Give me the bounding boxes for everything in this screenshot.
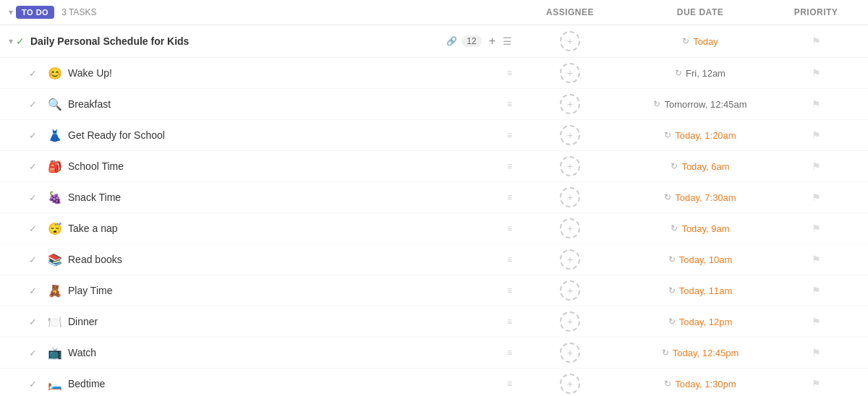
drag-icon: ≡ [507, 68, 512, 78]
task-avatar[interactable]: + [560, 94, 580, 114]
task-row: ✓ 📺 Watch ≡ + ↻ Today, 12:45pm ⚑ [0, 337, 868, 369]
group-priority-cell: ⚑ [773, 35, 859, 47]
task-clock-icon: ↻ [671, 223, 678, 233]
task-avatar[interactable]: + [560, 218, 580, 238]
drag-icon: ≡ [507, 379, 512, 389]
task-emoji: 📚 [48, 253, 62, 267]
task-check-icon[interactable]: ✓ [29, 379, 41, 389]
task-assignee-cell: + [512, 249, 628, 270]
task-assignee-cell: + [512, 218, 628, 238]
task-check-icon[interactable]: ✓ [29, 254, 41, 265]
task-check-icon[interactable]: ✓ [29, 130, 41, 141]
task-flag-icon[interactable]: ⚑ [812, 129, 821, 141]
task-assignee-cell: + [512, 311, 628, 332]
group-clock-icon: ↻ [682, 36, 689, 46]
task-check-icon[interactable]: ✓ [29, 317, 41, 327]
col-priority-header: PRIORITY [773, 7, 859, 17]
task-priority-cell: ⚑ [773, 67, 859, 79]
task-avatar[interactable]: + [560, 63, 580, 83]
drag-icon: ≡ [507, 348, 512, 358]
group-meta: 🔗 12 + ☰ [446, 35, 512, 48]
task-assignee-cell: + [512, 280, 628, 301]
task-duedate-cell: ↻ Today, 1:20am [628, 130, 773, 141]
task-assignee-cell: + [512, 343, 628, 363]
task-avatar[interactable]: + [560, 374, 580, 394]
task-name: School Time [68, 160, 503, 172]
task-flag-icon[interactable]: ⚑ [812, 223, 821, 234]
task-avatar[interactable]: + [560, 156, 580, 176]
task-row: ✓ 🍽️ Dinner ≡ + ↻ Today, 12pm ⚑ [0, 306, 868, 337]
task-check-icon[interactable]: ✓ [29, 348, 41, 358]
task-priority-cell: ⚑ [773, 191, 859, 203]
task-duedate-cell: ↻ Today, 11am [628, 285, 773, 296]
task-check-icon[interactable]: ✓ [29, 192, 41, 203]
task-avatar[interactable]: + [560, 249, 580, 270]
task-check-icon[interactable]: ✓ [29, 285, 41, 296]
task-emoji: 😊 [48, 66, 62, 80]
task-flag-icon[interactable]: ⚑ [812, 67, 821, 79]
task-avatar[interactable]: + [560, 187, 580, 207]
task-clock-icon: ↻ [675, 68, 682, 78]
task-assignee-cell: + [512, 187, 628, 207]
task-avatar[interactable]: + [560, 280, 580, 301]
task-clock-icon: ↻ [668, 254, 676, 264]
drag-icon: ≡ [507, 99, 512, 109]
col-assignee-header: ASSIGNEE [512, 7, 628, 17]
task-check-icon[interactable]: ✓ [29, 223, 41, 234]
task-check-icon[interactable]: ✓ [29, 99, 41, 110]
task-flag-icon[interactable]: ⚑ [812, 160, 821, 172]
task-due-text: Today, 6am [681, 161, 729, 172]
task-duedate-cell: ↻ Today, 6am [628, 161, 773, 172]
task-priority-cell: ⚑ [773, 285, 859, 296]
group-duedate-cell: ↻ Today [628, 36, 773, 47]
group-avatar[interactable]: + [560, 31, 580, 51]
task-duedate-cell: ↻ Today, 9am [628, 223, 773, 234]
task-row: ✓ 🍇 Snack Time ≡ + ↻ Today, 7:30am ⚑ [0, 182, 868, 213]
tasks-count: 3 TASKS [61, 7, 512, 17]
drag-icon: ≡ [507, 161, 512, 171]
task-emoji: 👗 [48, 129, 62, 142]
task-avatar[interactable]: + [560, 125, 580, 145]
task-name: Play Time [68, 285, 503, 296]
task-clock-icon: ↻ [671, 161, 678, 171]
task-emoji: 🧸 [48, 284, 62, 298]
group-collapse-icon[interactable]: ▾ [9, 36, 13, 46]
task-check-icon[interactable]: ✓ [29, 161, 41, 172]
task-check-icon[interactable]: ✓ [29, 68, 41, 79]
menu-icon[interactable]: ☰ [503, 35, 512, 47]
task-name: Get Ready for School [68, 129, 503, 141]
task-flag-icon[interactable]: ⚑ [812, 316, 821, 327]
task-flag-icon[interactable]: ⚑ [812, 285, 821, 296]
task-flag-icon[interactable]: ⚑ [812, 191, 821, 203]
task-flag-icon[interactable]: ⚑ [812, 347, 821, 358]
group-flag-icon[interactable]: ⚑ [812, 35, 821, 47]
task-emoji: 🛏️ [48, 377, 62, 391]
drag-icon: ≡ [507, 223, 512, 233]
task-due-text: Today, 11am [679, 285, 732, 296]
task-priority-cell: ⚑ [773, 347, 859, 358]
task-row: ✓ 🛏️ Bedtime ≡ + ↻ Today, 1:30pm ⚑ [0, 369, 868, 396]
task-emoji: 🔍 [48, 98, 62, 111]
task-emoji: 😴 [48, 222, 62, 236]
task-duedate-cell: ↻ Today, 10am [628, 254, 773, 265]
add-subtask-button[interactable]: + [486, 35, 498, 48]
task-due-text: Today, 12:45pm [673, 348, 739, 358]
task-avatar[interactable]: + [560, 343, 580, 363]
col-duedate-header: DUE DATE [628, 7, 773, 17]
collapse-icon[interactable]: ▾ [9, 7, 13, 17]
task-flag-icon[interactable]: ⚑ [812, 254, 821, 265]
task-flag-icon[interactable]: ⚑ [812, 378, 821, 389]
task-flag-icon[interactable]: ⚑ [812, 98, 821, 110]
task-assignee-cell: + [512, 374, 628, 394]
task-priority-cell: ⚑ [773, 98, 859, 110]
group-assignee-cell: + [512, 31, 628, 51]
task-assignee-cell: + [512, 125, 628, 145]
group-check-icon[interactable]: ✓ [16, 35, 25, 47]
drag-icon: ≡ [507, 130, 512, 140]
task-clock-icon: ↻ [668, 285, 676, 296]
task-row: ✓ 👗 Get Ready for School ≡ + ↻ Today, 1:… [0, 120, 868, 151]
task-emoji: 🎒 [48, 160, 62, 173]
task-priority-cell: ⚑ [773, 316, 859, 327]
task-avatar[interactable]: + [560, 311, 580, 332]
task-row: ✓ 🎒 School Time ≡ + ↻ Today, 6am ⚑ [0, 151, 868, 182]
